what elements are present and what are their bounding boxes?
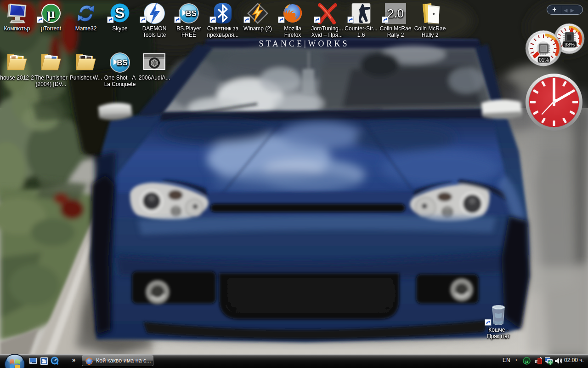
svg-text:µ: µ [525,358,528,364]
svg-text:S: S [115,5,124,21]
svg-text:BS: BS [186,9,197,18]
svg-text:STANCE|WORKS: STANCE|WORKS [259,39,349,48]
svg-text:BS: BS [117,58,128,67]
svg-text:µ: µ [47,6,55,21]
svg-text:38%: 38% [565,42,575,47]
svg-text:01%: 01% [539,57,549,63]
svg-text:2.0: 2.0 [387,6,404,20]
